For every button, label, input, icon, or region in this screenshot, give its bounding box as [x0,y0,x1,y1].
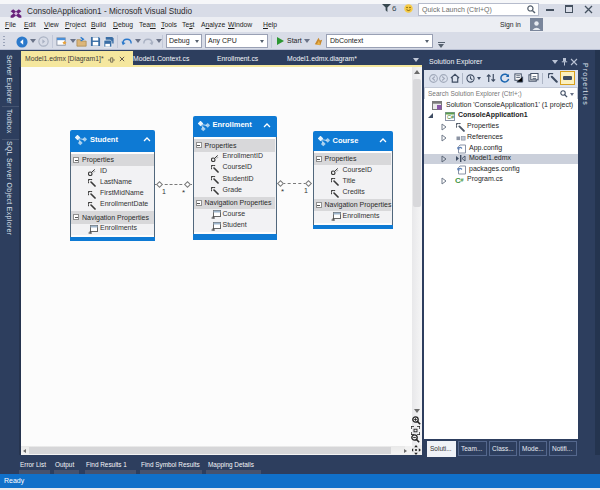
svg-text:C#: C# [447,114,455,120]
svg-text:#: # [461,177,464,183]
